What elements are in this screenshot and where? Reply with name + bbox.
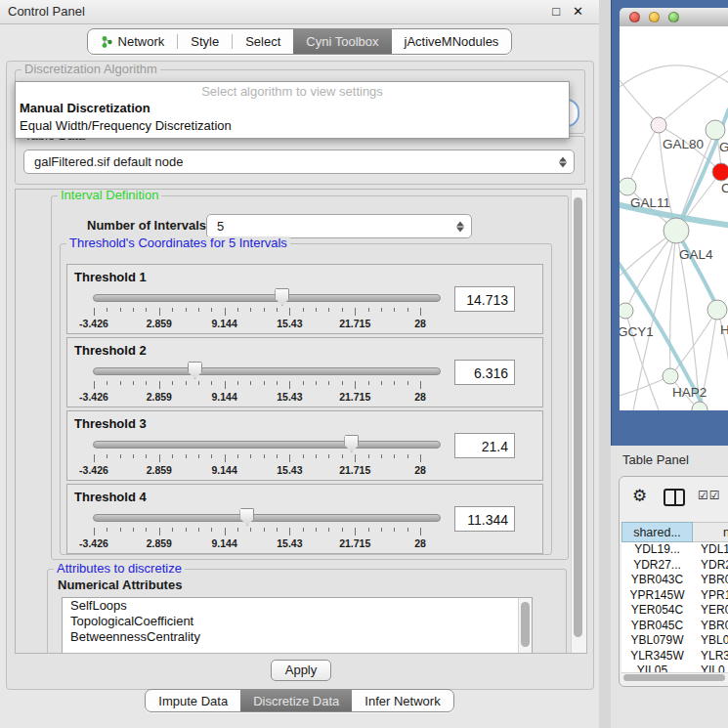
threshold-value-field[interactable]: 11.344 <box>454 506 515 532</box>
tab-select[interactable]: Select <box>233 29 293 54</box>
slider-track[interactable] <box>93 367 441 375</box>
network-edge[interactable] <box>620 80 659 125</box>
network-graph[interactable]: GAL80GCGAL11GAL4GCY1HHAP2 <box>620 26 728 410</box>
apply-button[interactable]: Apply <box>271 660 331 681</box>
slider-thumb[interactable] <box>344 435 359 452</box>
table-row[interactable]: YBL079WYBL0 <box>621 633 728 649</box>
table-row[interactable]: YBR043CYBR0 <box>621 573 728 588</box>
slider-track[interactable] <box>93 514 441 522</box>
column-header-name[interactable]: n <box>693 522 728 542</box>
network-node[interactable] <box>651 117 666 133</box>
slider-tick <box>120 381 121 385</box>
network-node[interactable] <box>707 300 727 320</box>
cell-shared-name[interactable]: YPR145W <box>621 588 693 604</box>
cell-name[interactable]: YBL0 <box>693 633 728 649</box>
float-window-icon[interactable]: □ <box>552 4 560 19</box>
threshold-value-field[interactable]: 21.4 <box>454 433 515 458</box>
slider-tick <box>407 454 408 458</box>
cell-name[interactable]: YPR1 <box>693 588 728 604</box>
tab-cyni-toolbox[interactable]: Cyni Toolbox <box>293 29 391 54</box>
slider-tick <box>407 308 408 312</box>
select-columns-checkbox-icons[interactable]: ☑☑ <box>698 489 721 502</box>
algorithm-option-manual[interactable]: Manual Discretization <box>16 100 569 117</box>
cell-shared-name[interactable]: YLR345W <box>621 649 693 664</box>
slider-tick-label: 21.715 <box>339 537 370 549</box>
gear-icon[interactable]: ⚙ <box>632 486 647 506</box>
slider-tick <box>94 308 95 316</box>
attribute-list-item[interactable]: BetweennessCentrality <box>63 629 532 645</box>
network-edge[interactable] <box>620 65 728 87</box>
slider-track[interactable] <box>93 441 441 449</box>
scrollbar-thumb[interactable] <box>574 197 582 637</box>
tab-network[interactable]: Network <box>88 29 178 54</box>
tab-style[interactable]: Style <box>178 29 232 54</box>
algorithm-placeholder-item[interactable]: Select algorithm to view settings <box>16 83 569 100</box>
network-node[interactable] <box>663 368 678 384</box>
numerical-attributes-list[interactable]: SelfLoopsTopologicalCoefficientBetweenne… <box>62 597 533 654</box>
tab-jactivemnodules[interactable]: jActiveMNodules <box>392 29 512 54</box>
slider-track[interactable] <box>93 294 441 302</box>
cell-shared-name[interactable]: YBR043C <box>621 573 693 588</box>
slider-thumb[interactable] <box>188 362 202 379</box>
network-node-selected[interactable] <box>712 163 728 181</box>
network-node[interactable] <box>692 402 707 410</box>
tab-infer-network[interactable]: Infer Network <box>352 690 452 711</box>
threshold-value-field[interactable]: 14.713 <box>454 286 515 312</box>
tab-discretize-data[interactable]: Discretize Data <box>240 690 352 711</box>
slider-tick <box>146 528 147 532</box>
network-node[interactable] <box>706 120 725 140</box>
table-row[interactable]: YPR145WYPR1 <box>621 588 728 604</box>
cell-name[interactable]: YER0 <box>693 603 728 619</box>
split-columns-icon[interactable] <box>664 489 685 506</box>
network-node[interactable] <box>620 303 633 319</box>
cell-shared-name[interactable]: YBL079W <box>621 633 693 649</box>
scrollbar-thumb[interactable] <box>623 674 725 681</box>
slider-thumb[interactable] <box>275 288 289 306</box>
threshold-value-field[interactable]: 6.316 <box>454 360 515 385</box>
network-node[interactable] <box>664 218 689 243</box>
threshold-slider[interactable]: -3.4262.8599.14415.4321.71528 <box>93 364 441 403</box>
attribute-list-item[interactable]: TopologicalCoefficient <box>63 614 532 629</box>
slider-tick-label: 28 <box>414 464 426 476</box>
slider-tick <box>172 528 173 532</box>
tab-label: Style <box>191 29 219 54</box>
network-edge[interactable] <box>627 125 659 187</box>
close-icon[interactable]: ✕ <box>573 4 583 19</box>
cell-name[interactable]: YBR0 <box>693 619 728 634</box>
cell-shared-name[interactable]: YBR045C <box>621 619 693 634</box>
table-data-combobox[interactable]: galFiltered.sif default node <box>23 150 575 174</box>
scrollbar-thumb[interactable] <box>521 602 530 647</box>
attribute-list-item[interactable]: SelfLoops <box>63 598 532 614</box>
network-node[interactable] <box>620 178 636 195</box>
table-row[interactable]: YDR27...YDR2 <box>621 558 728 574</box>
slider-tick <box>198 308 199 312</box>
table-row[interactable]: YLR345WYLR3 <box>621 649 728 664</box>
table-horizontal-scrollbar[interactable] <box>621 672 728 682</box>
zoom-traffic-light-icon[interactable] <box>668 12 679 22</box>
settings-vertical-scrollbar[interactable] <box>571 190 586 653</box>
close-traffic-light-icon[interactable] <box>629 12 640 22</box>
cell-name[interactable]: YBR0 <box>693 573 728 588</box>
network-canvas[interactable]: GAL80GCGAL11GAL4GCY1HHAP2 <box>620 26 728 410</box>
network-edge[interactable] <box>625 231 676 311</box>
cell-shared-name[interactable]: YDL19... <box>621 542 693 558</box>
minimize-traffic-light-icon[interactable] <box>649 12 660 22</box>
cell-name[interactable]: YDR2 <box>693 558 728 574</box>
cell-name[interactable]: YDL1 <box>693 542 728 558</box>
slider-thumb[interactable] <box>239 508 254 526</box>
table-row[interactable]: YER054CYER0 <box>621 603 728 619</box>
cell-shared-name[interactable]: YDR27... <box>621 558 693 574</box>
tab-impute-data[interactable]: Impute Data <box>146 690 240 711</box>
slider-tick <box>394 454 395 458</box>
threshold-slider[interactable]: -3.4262.8599.14415.4321.71528 <box>93 290 441 329</box>
attributes-list-scrollbar[interactable] <box>518 598 532 654</box>
table-row[interactable]: YBR045CYBR0 <box>621 619 728 634</box>
network-edge[interactable] <box>659 70 728 125</box>
threshold-slider[interactable]: -3.4262.8599.14415.4321.71528 <box>93 510 441 549</box>
algorithm-option-equal-width[interactable]: Equal Width/Frequency Discretization <box>16 117 569 135</box>
table-row[interactable]: YDL19...YDL1 <box>621 542 728 558</box>
column-header-shared-name[interactable]: shared... <box>621 522 693 542</box>
threshold-slider[interactable]: -3.4262.8599.14415.4321.71528 <box>93 437 441 476</box>
cell-name[interactable]: YLR3 <box>693 649 728 664</box>
cell-shared-name[interactable]: YER054C <box>621 603 693 619</box>
